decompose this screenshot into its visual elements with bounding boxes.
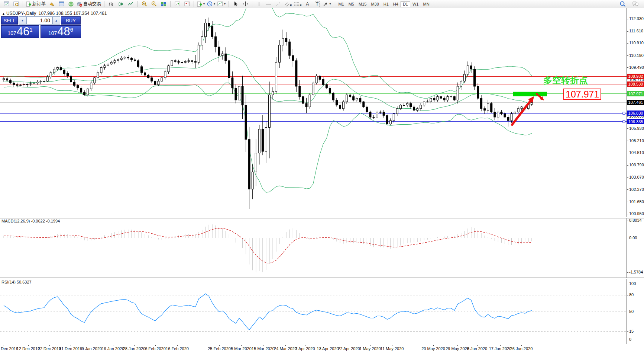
price-tick-label: 110.190 bbox=[629, 53, 644, 58]
bull-candle bbox=[205, 23, 207, 37]
volume-stepper: ▼ 1.00 ▲ bbox=[19, 16, 60, 25]
price-scale[interactable]: 112.330111.610110.910110.190109.490108.7… bbox=[627, 8, 644, 344]
timeframe-mn[interactable]: MN bbox=[421, 1, 431, 7]
price-tick-label: 50 bbox=[629, 309, 634, 314]
volume-down-icon[interactable]: ▼ bbox=[19, 16, 26, 25]
bull-candle bbox=[258, 129, 260, 153]
bear-candle bbox=[218, 47, 220, 55]
buy-button[interactable]: BUY bbox=[61, 16, 81, 25]
bull-candle bbox=[346, 95, 348, 102]
trendline-icon[interactable] bbox=[274, 0, 283, 8]
bear-candle bbox=[215, 36, 217, 47]
bear-candle bbox=[228, 61, 230, 78]
fibonacci-icon[interactable]: F bbox=[293, 0, 302, 8]
volume-up-icon[interactable]: ▲ bbox=[52, 16, 60, 25]
bull-candle bbox=[181, 63, 183, 63]
chart-shift-icon[interactable] bbox=[182, 0, 192, 8]
date-label: 15 Mar 2020 bbox=[252, 346, 275, 351]
panel-separator[interactable] bbox=[0, 217, 644, 218]
candle-chart-icon[interactable] bbox=[116, 0, 126, 8]
bull-candle bbox=[417, 109, 418, 111]
bar-chart-icon[interactable] bbox=[106, 0, 116, 8]
timeframe-d1[interactable]: D1 bbox=[401, 1, 410, 7]
tile-windows-icon[interactable] bbox=[159, 0, 168, 8]
signals-icon[interactable] bbox=[66, 0, 76, 8]
price-tick-label: 100 bbox=[629, 281, 636, 286]
arrows-dropdown-icon[interactable]: ▾ bbox=[322, 0, 332, 8]
cursor-icon[interactable] bbox=[231, 0, 240, 8]
date-label: 26 Jun 2020 bbox=[510, 346, 533, 351]
axis-tick bbox=[627, 116, 628, 117]
bear-candle bbox=[262, 129, 263, 151]
bear-candle bbox=[349, 95, 351, 97]
horizontal-line-icon[interactable] bbox=[264, 0, 274, 8]
auto-scroll-icon[interactable] bbox=[172, 0, 182, 8]
buy-price-button[interactable]: 107 48 6 bbox=[41, 25, 81, 38]
bull-candle bbox=[238, 86, 240, 100]
bull-candle bbox=[117, 60, 119, 61]
periods-dropdown-icon[interactable]: ▾ bbox=[206, 0, 216, 8]
price-callout-box[interactable]: 107.971 bbox=[563, 89, 601, 100]
resistance-zone-rect[interactable] bbox=[513, 92, 547, 96]
panel-separator[interactable] bbox=[0, 344, 644, 345]
crosshair-icon[interactable] bbox=[240, 0, 250, 8]
price-chart[interactable] bbox=[0, 8, 627, 217]
timeframe-m1[interactable]: M1 bbox=[336, 1, 346, 7]
text-icon[interactable]: A bbox=[302, 0, 312, 8]
new-chart-dropdown-icon[interactable]: ▾ bbox=[196, 0, 206, 8]
chart-title: ▲USDJPY-,Daily 107.986 108.155 107.354 1… bbox=[2, 11, 107, 16]
bull-candle bbox=[171, 61, 173, 66]
templates-dropdown-icon[interactable]: ▾ bbox=[216, 0, 227, 8]
zoom-out-icon[interactable] bbox=[149, 0, 159, 8]
charts-icon[interactable] bbox=[1, 0, 11, 8]
bull-candle bbox=[40, 81, 42, 82]
line-handle[interactable] bbox=[623, 121, 625, 123]
line-chart-icon[interactable] bbox=[126, 0, 135, 8]
autotrade-button[interactable]: 自动交易 bbox=[76, 0, 102, 8]
bear-candle bbox=[16, 84, 18, 85]
price-badge-107.971: 107.971 bbox=[627, 91, 644, 96]
collapse-triangle-icon[interactable]: ▲ bbox=[2, 12, 5, 16]
sell-price-pips: 46 bbox=[17, 26, 29, 37]
price-badge-106.830: 106.830 bbox=[627, 111, 644, 116]
macd-panel[interactable] bbox=[0, 218, 627, 278]
text-label-icon[interactable]: T bbox=[312, 0, 322, 8]
search-icon[interactable] bbox=[618, 0, 628, 8]
panel-separator[interactable] bbox=[0, 278, 644, 279]
volume-input[interactable]: 1.00 bbox=[26, 16, 52, 25]
date-axis[interactable]: Dec 201912 Dec 201922 Dec 201931 Dec 201… bbox=[0, 344, 644, 352]
vertical-line-icon[interactable] bbox=[254, 0, 264, 8]
bull-candle bbox=[97, 73, 99, 78]
turning-point-annotation[interactable]: 多空转折点 bbox=[543, 74, 588, 86]
timeframe-h4[interactable]: H4 bbox=[391, 1, 401, 7]
bear-candle bbox=[127, 57, 129, 58]
data-window-icon[interactable] bbox=[56, 0, 66, 8]
bull-candle bbox=[23, 84, 25, 85]
bear-candle bbox=[326, 84, 327, 88]
equidistant-channel-icon[interactable]: E bbox=[283, 0, 293, 8]
bear-candle bbox=[507, 117, 509, 121]
bull-candle bbox=[164, 72, 166, 78]
market-watch-icon[interactable] bbox=[47, 0, 56, 8]
timeframe-m30[interactable]: M30 bbox=[369, 1, 381, 7]
bear-candle bbox=[208, 23, 210, 26]
profiles-icon[interactable] bbox=[11, 0, 21, 8]
rsi-panel[interactable] bbox=[0, 278, 627, 344]
timeframe-w1[interactable]: W1 bbox=[410, 1, 421, 7]
sell-price-button[interactable]: 107 46 1 bbox=[1, 25, 39, 38]
zoom-in-icon[interactable] bbox=[139, 0, 149, 8]
bear-candle bbox=[154, 81, 156, 84]
bear-candle bbox=[63, 70, 65, 73]
new-order-button[interactable]: 新订单 bbox=[25, 0, 47, 8]
timeframe-m15[interactable]: M15 bbox=[356, 1, 369, 7]
chat-icon[interactable] bbox=[631, 0, 640, 8]
bull-candle bbox=[158, 81, 159, 84]
timeframe-h1[interactable]: H1 bbox=[381, 1, 391, 7]
sell-button[interactable]: SELL bbox=[1, 16, 18, 25]
line-handle[interactable] bbox=[623, 112, 625, 114]
bull-candle bbox=[3, 79, 5, 80]
new-order-icon bbox=[26, 1, 31, 7]
timeframe-m5[interactable]: M5 bbox=[346, 1, 356, 7]
macd-signal-line bbox=[4, 228, 532, 263]
bear-candle bbox=[480, 98, 482, 109]
